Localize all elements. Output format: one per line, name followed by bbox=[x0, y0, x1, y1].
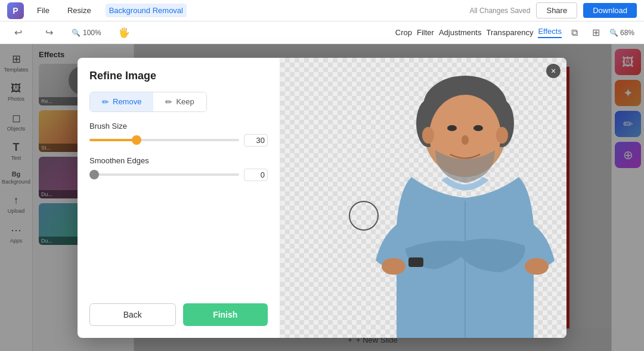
keep-icon: ✏ bbox=[165, 97, 172, 107]
keep-label: Keep bbox=[176, 97, 194, 106]
remove-toggle-button[interactable]: ✏ Remove bbox=[90, 92, 153, 111]
top-bar: P File Resize Background Removal All Cha… bbox=[0, 0, 644, 21]
toolbar-actions: Crop Filter Adjustments Transparency Eff… bbox=[395, 24, 634, 41]
smoothen-slider-row: 0 bbox=[89, 169, 268, 181]
modal-close-button[interactable]: × bbox=[546, 64, 561, 78]
brush-size-control: Brush Size 30 bbox=[89, 122, 268, 147]
svg-point-12 bbox=[382, 258, 405, 275]
brush-size-slider-container bbox=[89, 134, 239, 146]
refine-image-modal: × Refine Image ✏ Remove ✏ Keep bbox=[78, 58, 566, 338]
smoothen-edges-slider[interactable] bbox=[89, 173, 239, 176]
share-button[interactable]: Share bbox=[536, 2, 577, 18]
menu-file[interactable]: File bbox=[33, 4, 53, 17]
modal-left-panel: Refine Image ✏ Remove ✏ Keep Brush Size bbox=[78, 58, 280, 338]
menu-background-removal[interactable]: Background Removal bbox=[106, 4, 187, 17]
zoom-value: 100% bbox=[83, 29, 101, 37]
tab-crop[interactable]: Crop bbox=[395, 28, 412, 37]
modal-action-buttons: Back Finish bbox=[89, 303, 268, 326]
brush-size-slider[interactable] bbox=[89, 139, 239, 141]
remove-icon: ✏ bbox=[102, 97, 109, 107]
zoom-percent-display: 🔍 68% bbox=[609, 29, 634, 37]
smoothen-edges-control: Smoothen Edges 0 bbox=[89, 156, 268, 181]
tab-transparency[interactable]: Transparency bbox=[486, 28, 533, 37]
svg-point-6 bbox=[496, 127, 508, 144]
tab-adjustments[interactable]: Adjustments bbox=[439, 28, 482, 37]
copy-icon[interactable]: ⧉ bbox=[566, 24, 583, 41]
smoothen-slider-container bbox=[89, 169, 239, 181]
hand-tool[interactable]: 🖐 bbox=[116, 24, 132, 41]
logo-text: P bbox=[13, 6, 18, 15]
svg-point-9 bbox=[462, 135, 469, 145]
brush-size-label: Brush Size bbox=[89, 122, 268, 131]
svg-point-5 bbox=[422, 127, 434, 144]
zoom-percent-icon: 🔍 bbox=[609, 29, 618, 37]
undo-button[interactable]: ↩ bbox=[10, 24, 26, 41]
second-toolbar: ↩ ↪ 🔍 100% 🖐 Crop Filter Adjustments Tra… bbox=[0, 21, 644, 44]
tab-effects[interactable]: Effects bbox=[538, 27, 562, 38]
top-bar-right: All Changes Saved Share Download bbox=[469, 2, 637, 18]
app-logo: P bbox=[7, 2, 24, 19]
modal-spacer bbox=[89, 191, 268, 294]
more-icon[interactable]: ⊞ bbox=[588, 24, 605, 41]
keep-toggle-button[interactable]: ✏ Keep bbox=[153, 92, 206, 111]
modal-title: Refine Image bbox=[89, 70, 268, 82]
download-button[interactable]: Download bbox=[583, 3, 637, 18]
remove-keep-toggle: ✏ Remove ✏ Keep bbox=[89, 92, 207, 112]
person-preview-svg bbox=[280, 58, 566, 338]
modal-preview-panel bbox=[280, 58, 566, 338]
finish-button[interactable]: Finish bbox=[183, 303, 268, 326]
top-menu: File Resize Background Removal bbox=[33, 4, 469, 17]
close-icon: × bbox=[551, 66, 556, 76]
svg-rect-11 bbox=[408, 257, 423, 267]
brush-size-value-input[interactable]: 30 bbox=[244, 134, 268, 147]
zoom-percent-value: 68% bbox=[620, 29, 634, 37]
smoothen-edges-label: Smoothen Edges bbox=[89, 156, 268, 165]
zoom-icon: 🔍 bbox=[72, 29, 80, 37]
tab-filter[interactable]: Filter bbox=[417, 28, 434, 37]
zoom-display: 🔍 100% bbox=[72, 29, 101, 37]
menu-resize[interactable]: Resize bbox=[64, 4, 95, 17]
redo-button[interactable]: ↪ bbox=[41, 24, 57, 41]
smoothen-value-input[interactable]: 0 bbox=[244, 169, 268, 181]
svg-point-7 bbox=[447, 125, 457, 131]
svg-point-13 bbox=[525, 258, 549, 275]
main-layout: ⊞ Templates 🖼 Photos ◻ Objects T Text Bg… bbox=[0, 44, 644, 351]
back-button[interactable]: Back bbox=[89, 303, 176, 326]
brush-size-slider-row: 30 bbox=[89, 134, 268, 147]
svg-point-8 bbox=[473, 125, 483, 131]
modal-overlay: × Refine Image ✏ Remove ✏ Keep bbox=[0, 44, 644, 351]
remove-label: Remove bbox=[113, 97, 141, 106]
save-status: All Changes Saved bbox=[469, 7, 530, 15]
